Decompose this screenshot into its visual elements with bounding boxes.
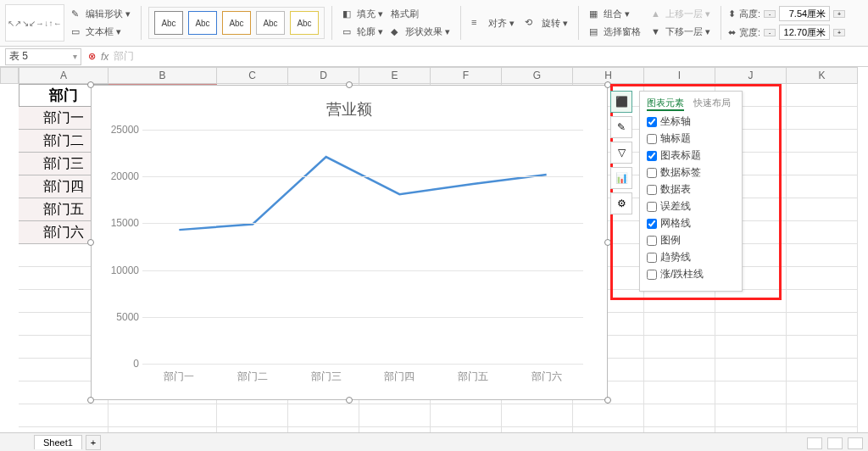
col-header-C[interactable]: C bbox=[217, 67, 288, 84]
width-dec[interactable]: - bbox=[764, 29, 776, 36]
view-normal-icon[interactable] bbox=[807, 437, 822, 449]
ribbon-toolbar: ↖↗↘↙→↓↑← ✎编辑形状▾ ▭文本框▾ Abc Abc Abc Abc Ab… bbox=[0, 0, 868, 47]
text-box-label: 文本框 bbox=[86, 25, 114, 38]
up-layer-button[interactable]: ▲上移一层▾ bbox=[648, 7, 714, 21]
embedded-chart[interactable]: 营业额 0500010000150002000025000部门一部门二部门三部门… bbox=[91, 85, 608, 400]
col-header-A[interactable]: A bbox=[19, 67, 108, 84]
col-header-I[interactable]: I bbox=[644, 67, 715, 84]
width-input[interactable] bbox=[779, 25, 830, 40]
sheet-tab-bar: Sheet1 + bbox=[0, 432, 868, 451]
check-图表标题[interactable]: 图表标题 bbox=[647, 148, 735, 163]
chart-tool-icons: ⬛✎▽📊⚙ bbox=[610, 91, 636, 214]
style-preset-3[interactable]: Abc bbox=[222, 11, 251, 35]
check-涨/跌柱线[interactable]: 涨/跌柱线 bbox=[647, 267, 735, 281]
checkbox[interactable] bbox=[647, 202, 657, 212]
checkbox[interactable] bbox=[647, 236, 657, 246]
style-preset-5[interactable]: Abc bbox=[290, 11, 319, 35]
checkbox[interactable] bbox=[647, 253, 657, 263]
col-header-J[interactable]: J bbox=[715, 67, 787, 84]
style-preset-1[interactable]: Abc bbox=[154, 11, 183, 35]
text-box-button[interactable]: ▭文本框▾ bbox=[68, 25, 134, 39]
width-inc[interactable]: + bbox=[833, 29, 845, 36]
checkbox[interactable] bbox=[647, 134, 657, 144]
rotate-button[interactable]: ⟲旋转▾ bbox=[521, 16, 571, 31]
formula-content[interactable]: 部门 bbox=[114, 49, 134, 64]
x-tick: 部门一 bbox=[153, 370, 204, 384]
y-tick: 20000 bbox=[105, 170, 139, 182]
height-label: 高度: bbox=[739, 8, 760, 20]
shapes-gallery[interactable]: ↖↗↘↙→↓↑← bbox=[5, 4, 64, 42]
group-button[interactable]: ▦组合▾ bbox=[586, 7, 644, 21]
shape-style-gallery[interactable]: Abc Abc Abc Abc Abc bbox=[148, 7, 325, 39]
resize-handle[interactable] bbox=[87, 239, 94, 246]
check-数据标签[interactable]: 数据标签 bbox=[647, 165, 735, 180]
chart-type-icon[interactable]: 📊 bbox=[610, 167, 632, 189]
col-header-G[interactable]: G bbox=[502, 67, 573, 84]
x-tick: 部门三 bbox=[301, 370, 352, 384]
tab-chart-elements[interactable]: 图表元素 bbox=[647, 97, 684, 111]
select-all-corner[interactable] bbox=[0, 67, 19, 84]
resize-handle[interactable] bbox=[604, 397, 611, 404]
align-button[interactable]: ≡对齐▾ bbox=[468, 16, 518, 31]
column-headers: ABCDEFGHIJK bbox=[19, 67, 868, 84]
cancel-icon[interactable]: ⊗ bbox=[88, 51, 96, 62]
fx-icon[interactable]: fx bbox=[101, 51, 108, 63]
y-tick: 0 bbox=[105, 358, 139, 370]
checkbox[interactable] bbox=[647, 219, 657, 229]
y-tick: 15000 bbox=[105, 217, 139, 229]
select-pane-button[interactable]: ▤选择窗格 bbox=[586, 25, 644, 39]
height-inc[interactable]: + bbox=[833, 10, 845, 18]
check-趋势线[interactable]: 趋势线 bbox=[647, 250, 735, 264]
x-tick: 部门六 bbox=[521, 370, 572, 384]
check-误差线[interactable]: 误差线 bbox=[647, 199, 735, 214]
col-header-K[interactable]: K bbox=[787, 67, 858, 84]
view-break-icon[interactable] bbox=[848, 437, 863, 449]
fill-button[interactable]: ◧填充▾ 格式刷 bbox=[339, 7, 453, 21]
edit-shape-button[interactable]: ✎编辑形状▾ bbox=[68, 7, 134, 21]
checkbox[interactable] bbox=[647, 117, 657, 127]
check-图例[interactable]: 图例 bbox=[647, 233, 735, 248]
check-坐标轴[interactable]: 坐标轴 bbox=[647, 114, 735, 129]
height-input[interactable] bbox=[779, 6, 830, 21]
col-header-F[interactable]: F bbox=[431, 67, 502, 84]
style-preset-4[interactable]: Abc bbox=[256, 11, 285, 35]
add-sheet-button[interactable]: + bbox=[86, 435, 101, 450]
sheet-tab-active[interactable]: Sheet1 bbox=[34, 435, 82, 449]
view-page-icon[interactable] bbox=[827, 437, 843, 449]
chart-element-checks: 坐标轴轴标题图表标题数据标签数据表误差线网格线图例趋势线涨/跌柱线 bbox=[647, 114, 735, 281]
name-box[interactable]: 表 5▾ bbox=[5, 48, 81, 65]
col-header-E[interactable]: E bbox=[359, 67, 431, 84]
style-icon[interactable]: ✎ bbox=[610, 116, 632, 138]
chart-line bbox=[142, 130, 583, 364]
down-layer-button[interactable]: ▼下移一层▾ bbox=[648, 25, 714, 39]
height-dec[interactable]: - bbox=[764, 10, 776, 18]
chart-title[interactable]: 营业额 bbox=[98, 99, 600, 120]
resize-handle[interactable] bbox=[604, 239, 611, 246]
x-tick: 部门四 bbox=[374, 370, 425, 384]
checkbox[interactable] bbox=[647, 185, 657, 195]
chart-elements-icon[interactable]: ⬛ bbox=[610, 91, 632, 113]
filter-icon[interactable]: ▽ bbox=[610, 142, 632, 164]
resize-handle[interactable] bbox=[87, 397, 94, 404]
spreadsheet-grid[interactable]: ABCDEFGHIJK 部门营业额部门一部门二部门三部门四部门五部门六 营业额 … bbox=[0, 67, 868, 432]
settings-icon[interactable]: ⚙ bbox=[610, 192, 632, 214]
chart-plot-area[interactable]: 0500010000150002000025000部门一部门二部门三部门四部门五… bbox=[142, 130, 583, 364]
checkbox[interactable] bbox=[647, 168, 657, 178]
resize-handle[interactable] bbox=[346, 397, 353, 404]
checkbox[interactable] bbox=[647, 270, 657, 280]
tab-quick-layout[interactable]: 快速布局 bbox=[693, 97, 731, 108]
check-数据表[interactable]: 数据表 bbox=[647, 182, 735, 197]
resize-handle[interactable] bbox=[604, 81, 611, 88]
edit-shape-label: 编辑形状 bbox=[86, 8, 123, 20]
checkbox[interactable] bbox=[647, 151, 657, 161]
resize-handle[interactable] bbox=[346, 81, 353, 88]
check-网格线[interactable]: 网格线 bbox=[647, 216, 735, 231]
outline-button[interactable]: ▭轮廓▾ ◆形状效果▾ bbox=[339, 25, 453, 39]
col-header-B[interactable]: B bbox=[108, 67, 217, 84]
chart-elements-card: 图表元素 快速布局 坐标轴轴标题图表标题数据标签数据表误差线网格线图例趋势线涨/… bbox=[639, 91, 743, 292]
x-tick: 部门二 bbox=[227, 370, 278, 384]
resize-handle[interactable] bbox=[87, 81, 94, 88]
y-tick: 5000 bbox=[105, 311, 139, 323]
check-轴标题[interactable]: 轴标题 bbox=[647, 131, 735, 146]
style-preset-2[interactable]: Abc bbox=[188, 11, 217, 35]
